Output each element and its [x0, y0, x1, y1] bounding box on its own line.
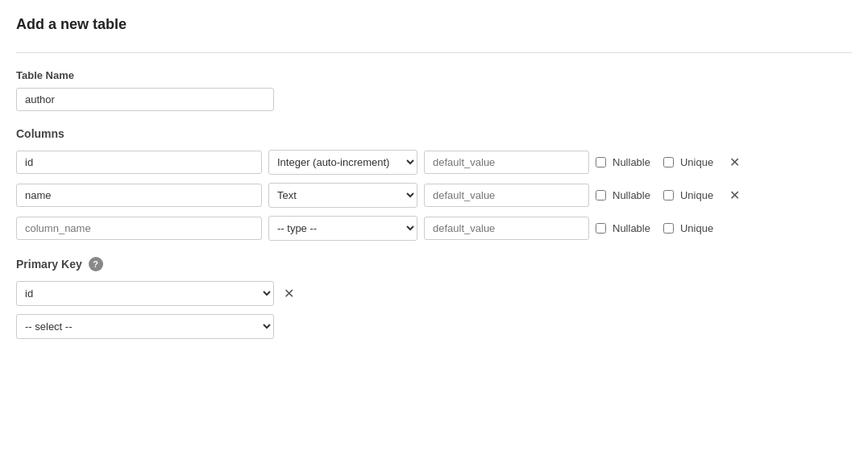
column-name-input[interactable]	[16, 217, 262, 240]
nullable-checkbox[interactable]	[596, 223, 606, 234]
unique-label: Unique	[680, 189, 713, 201]
column-default-input[interactable]	[424, 151, 589, 174]
primary-key-select[interactable]: id name -- select --	[16, 281, 274, 306]
page-title: Add a new table	[16, 16, 852, 33]
unique-checkbox[interactable]	[663, 157, 674, 167]
primary-key-select[interactable]: -- select -- id name	[16, 314, 274, 339]
column-type-select[interactable]: -- type -- Integer (auto-increment) Text…	[268, 216, 417, 241]
help-icon[interactable]: ?	[89, 257, 103, 271]
unique-checkbox[interactable]	[663, 190, 674, 200]
column-type-select[interactable]: Integer (auto-increment) Text Integer Fl…	[268, 150, 417, 175]
remove-column-button[interactable]: ✕	[726, 189, 743, 202]
divider-top	[16, 52, 852, 53]
columns-label: Columns	[16, 127, 852, 140]
column-default-input[interactable]	[424, 217, 589, 240]
unique-checkbox[interactable]	[663, 223, 674, 234]
column-name-input[interactable]	[16, 184, 262, 207]
nullable-label: Nullable	[613, 189, 650, 201]
table-name-label: Table Name	[16, 69, 852, 81]
nullable-label: Nullable	[613, 222, 650, 234]
primary-key-label-row: Primary Key ?	[16, 257, 852, 271]
column-row: Integer (auto-increment) Text Integer Fl…	[16, 183, 852, 208]
unique-label: Unique	[680, 156, 713, 168]
column-row: Integer (auto-increment) Text Integer Fl…	[16, 150, 852, 175]
columns-section: Columns Integer (auto-increment) Text In…	[16, 127, 852, 241]
primary-key-row: id name -- select -- ✕	[16, 281, 852, 306]
table-name-section: Table Name	[16, 69, 852, 111]
primary-key-row: -- select -- id name	[16, 314, 852, 339]
column-name-input[interactable]	[16, 151, 262, 174]
primary-key-section: Primary Key ? id name -- select -- ✕ -- …	[16, 257, 852, 339]
table-name-input[interactable]	[16, 88, 274, 111]
nullable-checkbox[interactable]	[596, 157, 606, 167]
nullable-label: Nullable	[613, 156, 650, 168]
remove-column-button[interactable]: ✕	[726, 156, 743, 169]
column-default-input[interactable]	[424, 184, 589, 207]
remove-pk-button[interactable]: ✕	[280, 286, 297, 301]
column-type-select[interactable]: Integer (auto-increment) Text Integer Fl…	[268, 183, 417, 208]
page-container: Add a new table Table Name Columns Integ…	[0, 0, 868, 463]
unique-label: Unique	[680, 222, 713, 234]
primary-key-title: Primary Key	[16, 258, 82, 271]
nullable-checkbox[interactable]	[596, 190, 606, 200]
column-row: -- type -- Integer (auto-increment) Text…	[16, 216, 852, 241]
